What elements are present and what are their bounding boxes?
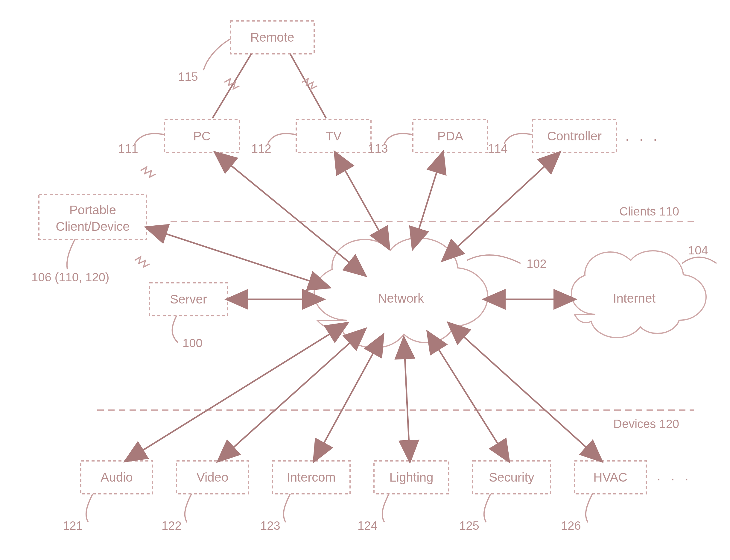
server-label: Server — [170, 292, 207, 306]
security-ref: 125 — [459, 519, 479, 532]
audio-lead — [86, 494, 93, 522]
portable-ref: 106 (110, 120) — [31, 271, 109, 284]
remote-label: Remote — [250, 30, 294, 44]
lighting-lead — [382, 494, 389, 522]
lighting-label: Lighting — [389, 470, 433, 484]
security-label: Security — [489, 470, 534, 484]
network-lead — [467, 255, 520, 263]
controller-ref: 114 — [488, 142, 508, 155]
clients-ellipsis: . . . — [625, 128, 660, 144]
pda-network-link — [413, 153, 443, 248]
hvac-label: HVAC — [593, 470, 627, 484]
internet-label: Internet — [613, 291, 656, 305]
controller-network-link — [443, 153, 559, 260]
portable-lead — [67, 239, 75, 269]
devices-ellipsis: . . . — [657, 468, 692, 483]
tv-label: TV — [326, 129, 342, 143]
tv-lead — [268, 133, 296, 144]
pc-portable-zig — [141, 167, 156, 177]
internet-ref: 104 — [688, 244, 708, 257]
pda-label: PDA — [437, 129, 463, 143]
audio-ref: 121 — [63, 519, 83, 532]
network-audio-link — [126, 323, 347, 461]
server-lead — [172, 316, 178, 343]
pc-ref: 111 — [118, 142, 138, 155]
tv-network-link — [335, 153, 389, 248]
security-lead — [484, 494, 491, 522]
devices-group-label: Devices 120 — [613, 417, 679, 430]
network-ref: 102 — [526, 257, 547, 270]
network-hvac-link — [449, 323, 601, 461]
network-video-link — [219, 329, 365, 461]
portable-network-link — [147, 227, 329, 287]
audio-label: Audio — [101, 470, 133, 484]
pc-label: PC — [193, 129, 211, 143]
remote-ref: 115 — [178, 70, 198, 83]
internet-lead — [682, 257, 717, 263]
portable-label-2: Client/Device — [56, 219, 130, 233]
remote-lead — [204, 39, 230, 70]
controller-lead — [504, 133, 532, 144]
pda-ref: 113 — [368, 142, 388, 155]
pc-lead — [135, 133, 165, 144]
remote-tv-link — [290, 54, 326, 118]
controller-label: Controller — [547, 129, 602, 143]
network-lighting-link — [404, 338, 410, 461]
intercom-lead — [284, 494, 290, 522]
video-lead — [185, 494, 192, 522]
hvac-lead — [586, 494, 592, 522]
intercom-ref: 123 — [260, 519, 280, 532]
intercom-label: Intercom — [287, 470, 336, 484]
pda-lead — [384, 133, 413, 144]
video-label: Video — [197, 470, 229, 484]
portable-server-zig — [135, 257, 150, 267]
clients-group-label: Clients 110 — [619, 205, 679, 218]
lighting-ref: 124 — [358, 519, 377, 532]
network-diagram: Clients 110 Devices 120 Network 102 Inte… — [0, 0, 730, 560]
video-ref: 122 — [162, 519, 182, 532]
hvac-ref: 126 — [561, 519, 581, 532]
network-label: Network — [378, 291, 424, 305]
network-intercom-link — [314, 335, 383, 461]
tv-ref: 112 — [251, 142, 271, 155]
remote-pc-link — [213, 54, 251, 118]
portable-label-1: Portable — [69, 203, 116, 217]
network-security-link — [428, 332, 509, 461]
server-ref: 100 — [183, 336, 203, 350]
